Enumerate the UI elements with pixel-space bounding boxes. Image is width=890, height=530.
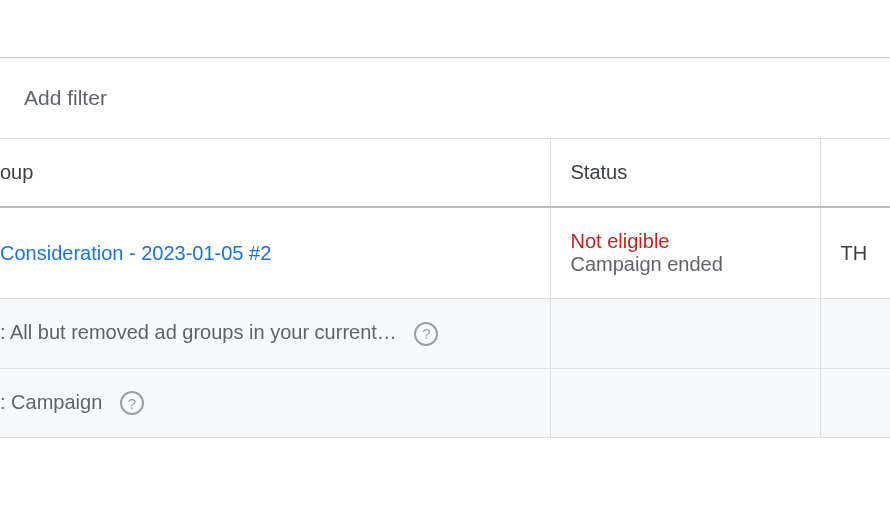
status-primary: Not eligible <box>571 230 800 253</box>
table-header-row: oup Status <box>0 139 890 208</box>
ad-group-link[interactable]: Consideration - 2023-01-05 #2 <box>0 242 271 264</box>
column-header-group[interactable]: oup <box>0 139 550 208</box>
status-secondary: Campaign ended <box>571 253 800 276</box>
help-icon[interactable]: ? <box>414 322 438 346</box>
column-header-last[interactable] <box>820 139 890 208</box>
column-header-status[interactable]: Status <box>550 139 820 208</box>
add-filter-button[interactable]: Add filter <box>0 58 890 138</box>
table-summary-row: : Campaign ? <box>0 368 890 438</box>
add-filter-label: Add filter <box>24 86 107 109</box>
summary-text: : All but removed ad groups in your curr… <box>0 321 397 343</box>
top-toolbar-spacer <box>0 0 890 58</box>
help-icon[interactable]: ? <box>120 391 144 415</box>
ad-groups-table: oup Status Consideration - 2023-01-05 #2… <box>0 138 890 438</box>
table-row: Consideration - 2023-01-05 #2 Not eligib… <box>0 207 890 299</box>
summary-text: : Campaign <box>0 391 102 413</box>
cell-last: TH <box>820 207 890 299</box>
table-summary-row: : All but removed ad groups in your curr… <box>0 299 890 369</box>
